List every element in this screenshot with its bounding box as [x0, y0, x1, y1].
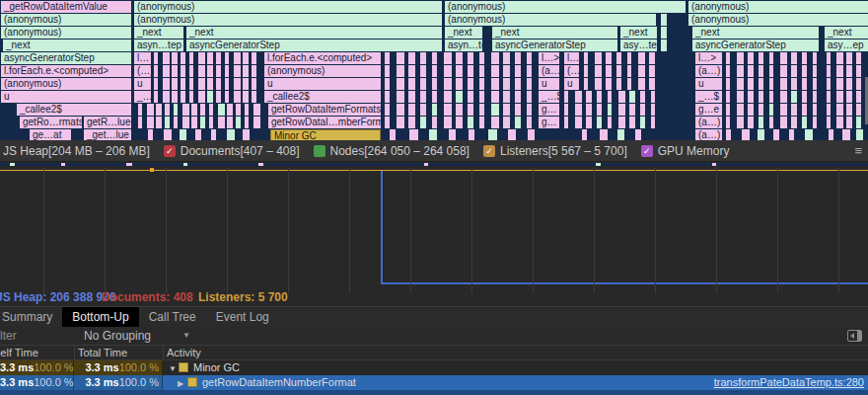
flame-bar[interactable] [635, 129, 641, 140]
flame-bar[interactable] [515, 91, 521, 103]
flame-bar[interactable] [491, 52, 499, 64]
flame-bar[interactable] [640, 104, 645, 116]
flame-bar[interactable] [791, 104, 797, 116]
flame-bar[interactable] [491, 65, 499, 77]
flame-bar[interactable] [491, 91, 499, 103]
flame-bar[interactable] [147, 104, 154, 116]
flame-bar[interactable] [836, 104, 843, 116]
flame-bar[interactable] [207, 78, 213, 90]
flame-bar[interactable] [780, 104, 787, 116]
flame-bar[interactable] [200, 104, 205, 116]
flame-box[interactable]: _next [825, 27, 868, 39]
flame-bar[interactable] [420, 104, 426, 116]
flame-bar[interactable] [528, 129, 535, 140]
flame-bar[interactable] [182, 117, 189, 128]
flame-bar[interactable] [189, 91, 193, 103]
flame-box[interactable]: getR…lue [84, 117, 131, 128]
flame-bar[interactable] [163, 78, 170, 90]
flame-bar[interactable] [827, 65, 831, 77]
flame-bar[interactable] [227, 129, 235, 140]
flame-box[interactable]: u [1, 91, 131, 103]
flame-bar[interactable] [597, 117, 602, 128]
flame-bar[interactable] [172, 91, 178, 103]
flame-bar[interactable] [456, 52, 463, 64]
flame-bar[interactable] [856, 104, 861, 116]
flame-bar[interactable] [243, 52, 249, 64]
flame-bar[interactable] [172, 78, 178, 90]
flame-bar[interactable] [836, 91, 843, 103]
flame-bar[interactable] [385, 104, 390, 116]
flame-box[interactable]: asyncGeneratorStep [186, 40, 442, 51]
flame-bar[interactable] [827, 104, 831, 116]
flame-bar[interactable] [842, 129, 850, 140]
flame-box[interactable]: (a…) [695, 65, 722, 77]
flame-bar[interactable] [234, 52, 241, 64]
flame-bar[interactable] [207, 52, 213, 64]
checkbox-icon[interactable] [314, 145, 326, 157]
flame-box[interactable]: (anonymous) [445, 1, 686, 13]
flame-bar[interactable] [444, 104, 452, 116]
flame-bar[interactable] [769, 52, 773, 64]
flame-bar[interactable] [737, 52, 744, 64]
flame-chart[interactable]: _getRowDataItemValue(anonymous)(anonymou… [0, 0, 868, 140]
flame-bar[interactable] [449, 129, 456, 140]
tab-event-log[interactable]: Event Log [206, 307, 279, 328]
flame-bar[interactable] [759, 104, 763, 116]
flame-bar[interactable] [488, 129, 497, 140]
flame-bar[interactable] [836, 65, 843, 77]
flame-bar[interactable] [584, 52, 588, 64]
flame-bar[interactable] [182, 104, 189, 116]
grouping-select[interactable]: No Grouping [84, 329, 192, 343]
flame-bar[interactable] [189, 65, 193, 77]
flame-bar[interactable] [420, 52, 426, 64]
flame-bar[interactable] [148, 129, 153, 140]
source-location-link[interactable]: transformPateDataTemp.ts:280 [714, 376, 864, 388]
flame-bar[interactable] [456, 117, 463, 128]
flame-bar[interactable] [225, 78, 229, 90]
flame-bar[interactable] [527, 117, 532, 128]
flame-bar[interactable] [627, 65, 631, 77]
flame-bar[interactable] [846, 65, 852, 77]
flame-bar[interactable] [503, 65, 510, 77]
flame-bar[interactable] [432, 91, 437, 103]
flame-box[interactable]: l.forEach.e.<computed> [264, 52, 381, 64]
flame-bar[interactable] [503, 52, 510, 64]
flame-bar[interactable] [409, 129, 418, 140]
flame-box[interactable]: _…$ [539, 91, 559, 103]
flame-bar[interactable] [780, 78, 787, 90]
flame-bar[interactable] [225, 65, 229, 77]
counter-toggle-gpu-memory[interactable]: ✓GPU Memory [641, 144, 730, 158]
flame-bar[interactable] [748, 104, 754, 116]
flame-box[interactable]: _getRowDataItemValue [1, 1, 131, 13]
flame-box[interactable]: u [264, 78, 381, 90]
flame-bar[interactable] [846, 52, 852, 64]
flame-bar[interactable] [827, 91, 831, 103]
checkbox-icon[interactable]: ✓ [483, 145, 495, 157]
flame-bar[interactable] [629, 104, 635, 116]
flame-bar[interactable] [243, 78, 249, 90]
flame-bar[interactable] [420, 78, 426, 90]
menu-icon[interactable]: ≡ [854, 143, 862, 158]
flame-bar[interactable] [597, 104, 602, 116]
flame-box[interactable]: ge…at [30, 129, 71, 140]
flame-bar[interactable] [527, 78, 532, 90]
flame-bar[interactable] [595, 65, 602, 77]
flame-box[interactable]: u [564, 78, 579, 90]
flame-box[interactable]: _next [492, 27, 617, 39]
flame-bar[interactable] [769, 117, 773, 128]
flame-bar[interactable] [234, 91, 241, 103]
flame-box[interactable]: asyncGeneratorStep [1, 52, 131, 64]
flame-bar[interactable] [789, 129, 794, 140]
flame-bar[interactable] [429, 129, 437, 140]
flame-bar[interactable] [638, 65, 645, 77]
flame-bar[interactable] [608, 117, 612, 128]
flame-bar[interactable] [154, 91, 158, 103]
flame-box[interactable]: (anonymous) [1, 14, 131, 26]
flame-bar[interactable] [234, 78, 241, 90]
flame-bar[interactable] [608, 104, 612, 116]
flame-bar[interactable] [827, 117, 831, 128]
flame-box[interactable]: asyncGeneratorStep [692, 40, 819, 51]
flame-box[interactable]: _next [134, 27, 183, 39]
flame-box[interactable] [661, 40, 667, 51]
flame-bar[interactable] [420, 117, 426, 128]
